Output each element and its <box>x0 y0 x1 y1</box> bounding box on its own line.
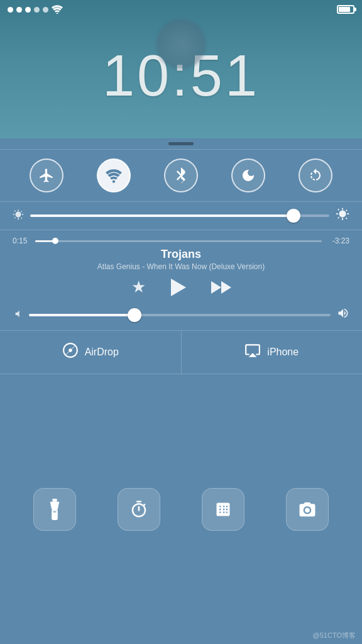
progress-dot <box>52 238 58 244</box>
music-controls: ★ <box>13 277 349 297</box>
lock-screen: 10:51 <box>0 0 362 138</box>
signal-dots <box>8 5 63 14</box>
flashlight-button[interactable] <box>33 488 76 531</box>
brightness-row <box>0 202 362 230</box>
airdrop-button[interactable]: AirDrop <box>0 331 182 374</box>
avatar-blur <box>156 19 206 69</box>
dot-5 <box>43 7 48 13</box>
timer-icon <box>129 500 148 519</box>
watermark: @51CTO博客 <box>313 631 356 640</box>
airdrop-icon <box>62 342 79 362</box>
volume-fill <box>29 314 134 316</box>
control-center: 0:15 -3:23 Trojans Atlas Genius - When I… <box>0 138 362 644</box>
brightness-max-icon <box>336 207 349 225</box>
brightness-min-icon <box>13 209 24 223</box>
share-row: AirDrop iPhone <box>0 330 362 374</box>
current-time: 0:15 <box>13 236 30 245</box>
ff-triangle-1 <box>211 281 221 294</box>
volume-max-icon <box>337 307 349 323</box>
music-section: 0:15 -3:23 Trojans Atlas Genius - When I… <box>0 230 362 307</box>
toggles-row <box>0 150 362 201</box>
svg-rect-3 <box>52 499 57 502</box>
bluetooth-toggle[interactable] <box>164 158 198 192</box>
fastforward-button[interactable] <box>211 281 231 294</box>
svg-point-7 <box>305 508 310 513</box>
svg-point-0 <box>57 13 58 14</box>
ff-triangle-2 <box>221 281 231 294</box>
brightness-slider[interactable] <box>30 214 329 217</box>
star-button[interactable]: ★ <box>131 277 146 297</box>
camera-button[interactable] <box>286 488 329 531</box>
progress-row: 0:15 -3:23 <box>13 236 349 245</box>
remaining-time: -3:23 <box>327 236 349 245</box>
flashlight-icon <box>46 499 63 520</box>
bluetooth-icon <box>174 167 188 184</box>
airplay-label: iPhone <box>267 347 299 358</box>
volume-slider[interactable] <box>29 314 331 316</box>
donotdisturb-toggle[interactable] <box>231 158 265 192</box>
airdrop-label: AirDrop <box>85 347 119 358</box>
volume-min-icon <box>13 309 23 321</box>
volume-row <box>0 307 362 330</box>
dot-4 <box>34 7 40 13</box>
timer-button[interactable] <box>118 488 160 531</box>
play-button[interactable] <box>171 279 186 296</box>
airplay-icon <box>244 342 261 362</box>
camera-icon <box>298 501 317 518</box>
volume-thumb <box>128 308 141 322</box>
shortcuts-row <box>0 374 362 644</box>
airplane-icon <box>38 167 55 184</box>
calculator-icon <box>214 501 232 518</box>
pull-handle-bar <box>168 142 194 145</box>
dot-2 <box>16 7 22 13</box>
pull-handle[interactable] <box>0 138 362 149</box>
svg-marker-4 <box>50 501 60 509</box>
wifi-toggle[interactable] <box>97 158 131 192</box>
progress-track[interactable] <box>35 240 322 242</box>
svg-point-1 <box>112 180 115 183</box>
rotation-toggle[interactable] <box>299 158 332 192</box>
dot-1 <box>8 7 13 13</box>
airplane-toggle[interactable] <box>30 158 63 192</box>
song-title: Trojans <box>13 248 349 261</box>
song-subtitle: Atlas Genius - When It Was Now (Deluxe V… <box>13 262 349 271</box>
wifi-status-icon <box>52 5 63 14</box>
calculator-button[interactable] <box>202 488 244 531</box>
status-bar <box>0 0 362 19</box>
brightness-fill <box>30 214 293 217</box>
brightness-thumb <box>287 209 300 223</box>
airplay-button[interactable]: iPhone <box>182 331 363 374</box>
wifi-icon <box>106 167 122 184</box>
rotation-icon <box>308 168 323 183</box>
battery-icon <box>337 5 354 14</box>
svg-rect-6 <box>53 511 57 512</box>
battery-fill <box>339 7 350 12</box>
dot-3 <box>25 7 31 13</box>
moon-icon <box>241 168 256 183</box>
